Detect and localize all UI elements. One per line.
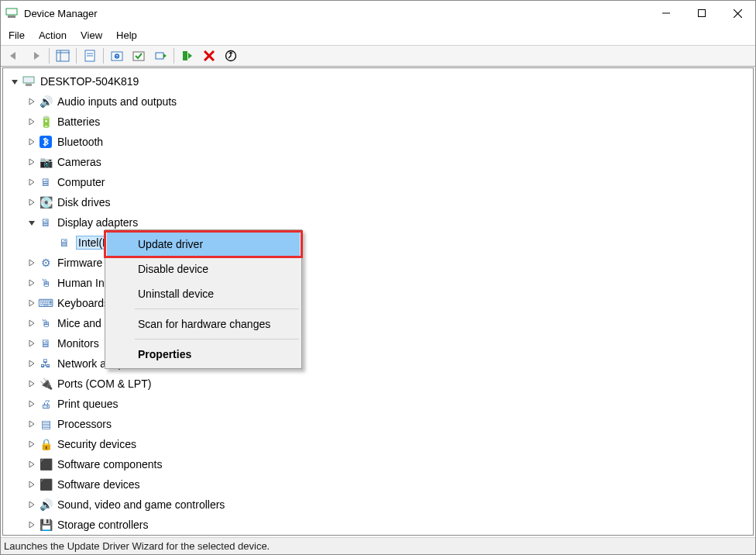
tree-category-label: Disk drives [57, 196, 110, 209]
maximize-button[interactable] [684, 1, 720, 26]
close-button[interactable] [720, 1, 755, 26]
expander-icon[interactable] [26, 318, 37, 329]
properties-button[interactable] [80, 47, 100, 65]
expander-icon[interactable] [26, 197, 37, 208]
expander-icon[interactable] [26, 177, 37, 188]
window-title: Device Manager [24, 8, 648, 19]
show-hide-tree-button[interactable] [53, 47, 73, 65]
printer-icon: 🖨 [39, 397, 53, 411]
expander-icon[interactable] [26, 499, 37, 510]
tree-category-label: Batteries [57, 115, 100, 128]
tree-category[interactable]: 🔌Ports (COM & LPT) [5, 374, 753, 394]
uninstall-device-button[interactable] [199, 47, 219, 65]
tree-category[interactable]: 🖥System devices [5, 535, 753, 536]
tree-root-label: DESKTOP-504K819 [40, 75, 139, 88]
toolbar: ? [1, 45, 755, 67]
tree-root[interactable]: DESKTOP-504K819 [5, 71, 753, 91]
context-menu-item[interactable]: Properties [107, 342, 300, 367]
menu-action[interactable]: Action [39, 29, 67, 41]
expander-icon[interactable] [26, 278, 37, 288]
tree-category[interactable]: 🔊Audio inputs and outputs [5, 91, 753, 112]
expander-icon[interactable] [26, 298, 37, 309]
tree-category-label: Computer [57, 176, 105, 188]
tree-category-label: Sound, video and game controllers [57, 498, 225, 511]
minimize-button[interactable] [648, 1, 684, 26]
context-menu-item[interactable]: Update driver [107, 232, 300, 257]
tree-category-label: Ports (COM & LPT) [57, 377, 151, 390]
expander-icon[interactable] [26, 157, 37, 167]
status-bar: Launches the Update Driver Wizard for th… [1, 537, 755, 554]
expander-icon[interactable] [26, 519, 37, 530]
context-menu-item-label: Uninstall device [138, 288, 214, 300]
tree-category[interactable]: ▤Processors [5, 414, 753, 434]
svg-rect-21 [23, 77, 34, 83]
tree-category-label: Print queues [57, 398, 119, 410]
tree-category[interactable]: 📷Cameras [5, 152, 753, 172]
tree-category-label: Security devices [57, 438, 136, 450]
menu-bar: File Action View Help [1, 26, 755, 45]
svg-rect-23 [40, 136, 52, 148]
app-icon [5, 7, 18, 19]
tree-category[interactable]: 💽Disk drives [5, 192, 753, 212]
context-menu-separator [135, 309, 299, 309]
tree-category-label: Monitors [57, 337, 99, 350]
update-driver-toolbar-button[interactable] [150, 47, 170, 65]
expander-icon[interactable] [26, 217, 37, 228]
svg-rect-6 [57, 50, 69, 61]
tree-category-label: Processors [57, 418, 112, 430]
svg-rect-16 [156, 53, 163, 59]
expander-icon[interactable] [26, 257, 37, 268]
scan-hardware-button[interactable] [129, 47, 149, 65]
expander-icon[interactable] [26, 96, 37, 107]
camera-icon: 📷 [39, 155, 53, 169]
forward-button[interactable] [26, 47, 46, 65]
expander-icon[interactable] [9, 76, 20, 87]
svg-rect-0 [6, 9, 17, 15]
expander-icon[interactable] [26, 338, 37, 349]
status-text: Launches the Update Driver Wizard for th… [4, 540, 270, 552]
expander-icon[interactable] [26, 419, 37, 429]
battery-icon: 🔋 [39, 115, 53, 129]
tree-category-label: Keyboards [57, 297, 109, 309]
back-button[interactable] [4, 47, 24, 65]
context-menu-item-label: Scan for hardware changes [138, 318, 270, 330]
context-menu-item-label: Disable device [138, 263, 208, 275]
tree-category[interactable]: ⬛Software devices [5, 474, 753, 495]
tree-category-label: Audio inputs and outputs [57, 95, 177, 108]
monitor-icon: 🖥 [39, 336, 53, 350]
expander-icon[interactable] [26, 479, 37, 490]
menu-view[interactable]: View [81, 29, 102, 41]
expander-icon[interactable] [26, 398, 37, 409]
tree-category-label: Display adapters [57, 216, 138, 229]
expander-icon[interactable] [26, 116, 37, 127]
svg-rect-3 [699, 10, 706, 17]
title-bar: Device Manager [1, 1, 755, 26]
tree-category[interactable]: 🔊Sound, video and game controllers [5, 495, 753, 515]
expander-icon[interactable] [26, 358, 37, 369]
tree-category[interactable]: 🖥Computer [5, 172, 753, 192]
tree-category-label: Cameras [57, 156, 101, 168]
svg-rect-17 [183, 51, 187, 60]
context-menu-item[interactable]: Disable device [107, 257, 300, 281]
tree-category[interactable]: Bluetooth [5, 132, 753, 152]
help-button[interactable]: ? [107, 47, 127, 65]
scan-button[interactable] [221, 47, 241, 65]
tree-category[interactable]: 💾Storage controllers [5, 515, 753, 535]
tree-category-label: Software devices [57, 478, 140, 491]
tree-category[interactable]: 🔋Batteries [5, 112, 753, 132]
expander-icon[interactable] [26, 378, 37, 389]
context-menu-item[interactable]: Uninstall device [107, 281, 300, 306]
menu-help[interactable]: Help [116, 29, 137, 41]
enable-device-button[interactable] [177, 47, 198, 65]
context-menu-item[interactable]: Scan for hardware changes [107, 312, 300, 336]
context-menu: Update driverDisable deviceUninstall dev… [105, 229, 302, 369]
security-icon: 🔒 [39, 437, 53, 451]
expander-icon[interactable] [26, 439, 37, 450]
disk-icon: 💽 [39, 195, 53, 209]
menu-file[interactable]: File [9, 29, 25, 41]
expander-icon[interactable] [26, 136, 37, 147]
tree-category[interactable]: 🔒Security devices [5, 434, 753, 454]
tree-category[interactable]: 🖨Print queues [5, 394, 753, 414]
expander-icon[interactable] [26, 459, 37, 470]
tree-category[interactable]: ⬛Software components [5, 454, 753, 474]
